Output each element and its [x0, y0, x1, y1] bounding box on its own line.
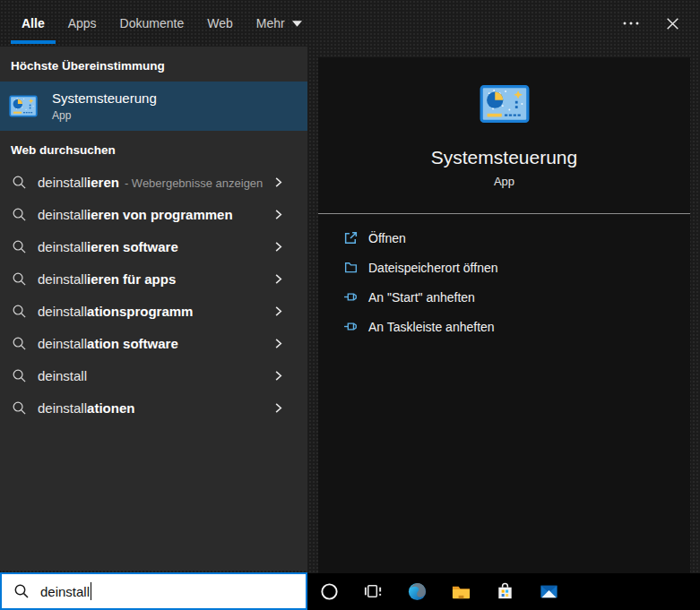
mail-icon	[539, 581, 559, 602]
search-icon	[12, 175, 27, 190]
context-action[interactable]: Öffnen	[318, 223, 690, 253]
action-label: Öffnen	[368, 231, 406, 245]
search-icon	[13, 583, 30, 599]
chevron-right-icon[interactable]	[272, 208, 285, 221]
text-caret	[91, 582, 91, 600]
search-icon	[12, 304, 27, 319]
search-icon	[12, 336, 27, 351]
tab-dokumente[interactable]: Dokumente	[120, 16, 185, 30]
edge-icon	[407, 581, 428, 602]
tab-label: Apps	[68, 16, 97, 30]
suggestion-text: deinstallation software	[38, 336, 178, 351]
suggestion-text: deinstallationen	[38, 400, 134, 416]
taskbar-button-task-view[interactable]	[351, 573, 395, 610]
top-actions	[621, 0, 682, 47]
action-label: Dateispeicherort öffnen	[368, 261, 498, 275]
more-options-icon[interactable]	[621, 13, 641, 33]
best-match-text: Systemsteuerung App	[52, 90, 157, 122]
search-suggestion[interactable]: deinstallieren von programmen	[0, 198, 307, 230]
suggestion-text: deinstallationsprogramm	[38, 304, 193, 319]
search-tabs-bar: AlleAppsDokumenteWebMehr	[0, 0, 700, 47]
search-suggestion[interactable]: deinstallieren- Webergebnisse anzeigen	[0, 166, 307, 198]
suggestion-text: deinstallieren von programmen	[38, 207, 233, 222]
taskbar	[307, 573, 700, 610]
tab-label: Alle	[22, 16, 45, 30]
chevron-right-icon[interactable]	[272, 305, 285, 318]
action-label: An "Start" anheften	[368, 290, 475, 305]
search-filter-tabs: AlleAppsDokumenteWebMehr	[22, 0, 325, 47]
open-icon	[343, 230, 359, 245]
search-suggestion[interactable]: deinstall	[0, 359, 307, 391]
chevron-right-icon[interactable]	[272, 240, 285, 253]
control-panel-icon	[318, 84, 690, 124]
chevron-right-icon[interactable]	[272, 401, 285, 415]
start-search-flyout: AlleAppsDokumenteWebMehr Höchste Überein…	[0, 0, 700, 610]
results-panel: Höchste Übereinstimmung	[0, 47, 307, 571]
tab-label: Dokumente	[120, 16, 185, 30]
best-match-item[interactable]: Systemsteuerung App	[0, 82, 307, 131]
web-search-header: Web durchsuchen	[0, 131, 307, 166]
suggestion-text: deinstallieren software	[38, 239, 178, 254]
search-suggestion[interactable]: deinstallieren für apps	[0, 262, 307, 295]
chevron-right-icon[interactable]	[272, 369, 285, 382]
taskbar-button-store[interactable]	[483, 573, 527, 610]
control-panel-icon	[9, 95, 38, 117]
tab-web[interactable]: Web	[207, 16, 233, 30]
pin-icon	[343, 289, 359, 305]
taskbar-button-edge[interactable]	[395, 573, 439, 610]
best-match-header: Höchste Übereinstimmung	[0, 47, 307, 82]
chevron-right-icon[interactable]	[272, 176, 285, 189]
context-actions: ÖffnenDateispeicherort öffnenAn "Start" …	[318, 223, 690, 341]
search-icon	[12, 207, 27, 222]
chevron-down-icon	[292, 21, 302, 27]
search-icon	[12, 239, 27, 254]
file-location-icon	[343, 260, 359, 275]
tab-label: Web	[207, 16, 233, 30]
search-suggestions-list: deinstallieren- Webergebnisse anzeigende…	[0, 166, 307, 424]
pin-icon	[343, 319, 359, 334]
suggestion-text: deinstallieren für apps	[38, 271, 176, 287]
tab-apps[interactable]: Apps	[68, 16, 97, 30]
taskbar-button-file-explorer[interactable]	[439, 573, 483, 610]
search-box[interactable]: deinstall	[0, 572, 307, 610]
best-match-title: Systemsteuerung	[52, 90, 157, 106]
search-suggestion[interactable]: deinstallationsprogramm	[0, 295, 307, 327]
store-icon	[495, 581, 515, 602]
action-label: An Taskleiste anheften	[368, 320, 495, 334]
suggestion-text: deinstallieren- Webergebnisse anzeigen	[38, 175, 263, 190]
search-suggestion[interactable]: deinstallation software	[0, 327, 307, 359]
divider	[318, 213, 690, 214]
best-match-subtitle: App	[52, 109, 157, 122]
cortana-icon	[319, 581, 340, 602]
tab-alle[interactable]: Alle	[22, 16, 45, 30]
search-icon	[12, 271, 27, 287]
suggestion-text: deinstall	[38, 368, 87, 383]
chevron-right-icon[interactable]	[272, 337, 285, 350]
search-input[interactable]: deinstall	[40, 584, 90, 599]
context-action[interactable]: An "Start" anheften	[318, 282, 690, 312]
search-suggestion[interactable]: deinstallieren software	[0, 230, 307, 262]
preview-panel: Systemsteuerung App ÖffnenDateispeichero…	[318, 57, 690, 573]
context-action[interactable]: An Taskleiste anheften	[318, 312, 690, 341]
search-icon	[12, 400, 27, 416]
suggestion-note: - Webergebnisse anzeigen	[125, 176, 263, 190]
chevron-right-icon[interactable]	[272, 272, 285, 286]
search-icon	[12, 368, 27, 383]
search-suggestion[interactable]: deinstallationen	[0, 391, 307, 424]
task-view-icon	[363, 581, 384, 602]
tab-mehr[interactable]: Mehr	[256, 16, 302, 30]
close-icon[interactable]	[662, 13, 682, 33]
taskbar-button-mail[interactable]	[527, 573, 571, 610]
file-explorer-icon	[451, 581, 471, 602]
taskbar-button-cortana[interactable]	[307, 573, 351, 610]
app-type-label: App	[318, 175, 690, 188]
tab-label: Mehr	[256, 16, 285, 30]
context-action[interactable]: Dateispeicherort öffnen	[318, 253, 690, 282]
app-title: Systemsteuerung	[318, 147, 690, 168]
